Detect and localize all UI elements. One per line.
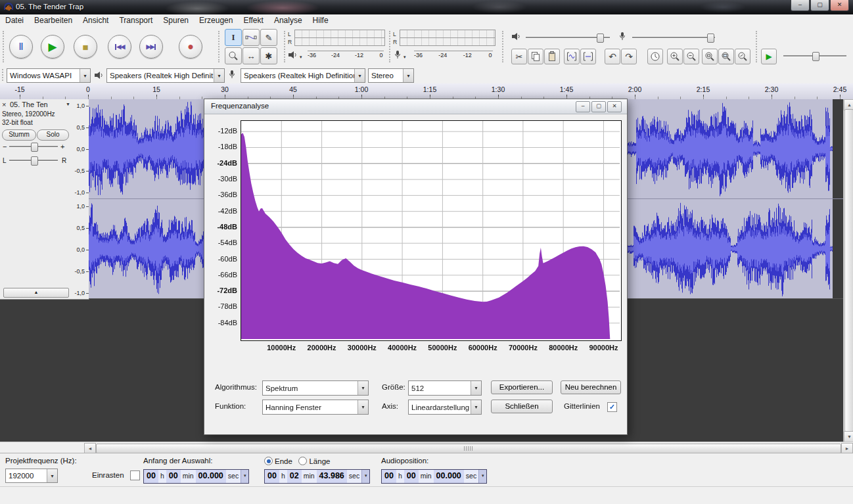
gridlines-checkbox[interactable]: ✓ [607, 402, 617, 412]
length-radio[interactable] [298, 457, 307, 465]
titlebar[interactable]: 05. The Tender Trap – ▢ ✕ [0, 0, 853, 14]
menu-item[interactable]: Erzeugen [194, 14, 238, 27]
multi-tool-button[interactable]: ✱ [260, 47, 277, 64]
selection-start-seconds[interactable]: 00.000 [196, 470, 226, 483]
output-device-select[interactable]: Speakers (Realtek High Definit ▾ [106, 68, 225, 83]
recalculate-button[interactable]: Neu berechnen [561, 380, 621, 394]
selection-start-hours[interactable]: 00 [144, 470, 158, 483]
playback-meter-right-bar[interactable] [294, 37, 385, 46]
selection-end-hours[interactable]: 00 [265, 470, 279, 483]
tools-toolbar-grip[interactable] [218, 31, 221, 62]
paste-button[interactable] [544, 49, 560, 64]
time-format-dropdown-icon[interactable]: ▾ [361, 470, 369, 483]
input-volume-slider-thumb[interactable] [707, 34, 714, 43]
zoom-out-button[interactable] [683, 49, 699, 64]
scroll-down-button[interactable]: ▼ [844, 431, 853, 442]
vertical-scrollbar[interactable]: ▲ ▼ [843, 99, 853, 442]
menu-item[interactable]: Analyse [269, 14, 308, 27]
stop-button[interactable]: ■ [74, 35, 97, 58]
vertical-scrollbar-thumb[interactable] [844, 109, 853, 432]
output-volume-slider-thumb[interactable] [597, 34, 604, 43]
minimize-button[interactable]: – [791, 0, 810, 11]
spectrum-plot[interactable] [241, 120, 622, 341]
sync-lock-button[interactable] [647, 49, 663, 64]
input-device-select[interactable]: Speakers (Realtek High Definition , ▾ [241, 68, 365, 83]
length-radio-label[interactable]: Länge [309, 457, 330, 465]
maximize-button[interactable]: ▢ [810, 0, 829, 11]
function-select[interactable]: Hanning Fenster ▾ [262, 400, 369, 415]
selection-tool-button[interactable]: I [225, 29, 242, 46]
end-radio[interactable] [264, 457, 273, 465]
track-menu-dropdown-icon[interactable]: ▼ [66, 102, 70, 106]
menu-item[interactable]: Ansicht [78, 14, 114, 27]
menu-item[interactable]: Effekt [238, 14, 268, 27]
menu-item[interactable]: Datei [0, 14, 29, 27]
pan-slider-thumb[interactable] [31, 156, 38, 166]
trim-audio-button[interactable] [564, 49, 580, 64]
horizontal-scrollbar[interactable]: ◄ ► [84, 442, 853, 453]
output-volume-slider[interactable] [526, 34, 610, 41]
play-at-speed-grip[interactable] [756, 31, 759, 62]
audio-position-minutes[interactable]: 00 [404, 470, 419, 483]
selection-start-field[interactable]: 00 h 00 min 00.000 sec ▾ [143, 469, 249, 484]
copy-button[interactable] [528, 49, 543, 64]
timeline-ruler[interactable]: -1501530451:001:151:301:452:002:152:302:… [0, 83, 853, 100]
pan-slider[interactable] [9, 156, 58, 164]
track-control-panel[interactable]: × 05. The Ten ▼ Stereo, 192000Hz 32-bit … [0, 99, 73, 300]
menu-item[interactable]: Bearbeiten [29, 14, 78, 27]
audio-position-seconds[interactable]: 00.000 [434, 470, 464, 483]
audio-host-select[interactable]: Windows WASAPI ▾ [7, 68, 91, 83]
horizontal-scrollbar-thumb[interactable] [96, 444, 841, 453]
device-toolbar-grip[interactable] [2, 69, 5, 81]
snap-to-checkbox[interactable] [130, 470, 140, 480]
project-rate-select[interactable]: 192000 ▾ [5, 469, 58, 483]
cut-button[interactable]: ✂ [511, 49, 527, 64]
gain-slider[interactable] [9, 143, 58, 150]
time-format-dropdown-icon[interactable]: ▾ [478, 470, 486, 483]
track-collapse-button[interactable]: ▲ [3, 288, 69, 298]
gain-slider-thumb[interactable] [31, 143, 38, 152]
time-format-dropdown-icon[interactable]: ▾ [241, 470, 248, 483]
close-button[interactable]: ✕ [830, 0, 849, 11]
zoom-tool-button[interactable] [225, 47, 242, 64]
audio-position-field[interactable]: 00 h 00 min 00.000 sec ▾ [381, 469, 487, 484]
selection-end-minutes[interactable]: 02 [287, 470, 302, 483]
audio-position-hours[interactable]: 00 [382, 470, 396, 483]
silence-audio-button[interactable] [580, 49, 596, 64]
size-select[interactable]: 512 ▾ [408, 380, 482, 396]
recording-meter-right-bar[interactable] [400, 37, 496, 46]
transport-toolbar-grip[interactable] [3, 31, 6, 62]
play-speed-slider[interactable] [783, 52, 846, 60]
menu-item[interactable]: Hilfe [308, 14, 334, 27]
undo-button[interactable]: ↶ [605, 49, 620, 64]
end-radio-label[interactable]: Ende [275, 457, 292, 465]
dialog-close-action-button[interactable]: Schließen [491, 400, 553, 413]
envelope-tool-button[interactable] [242, 29, 260, 46]
dialog-maximize-button[interactable]: ▢ [591, 101, 606, 112]
selection-end-seconds[interactable]: 43.986 [317, 470, 347, 483]
selection-end-field[interactable]: 00 h 02 min 43.986 sec ▾ [264, 469, 370, 484]
redo-button[interactable]: ↷ [621, 49, 637, 64]
skip-to-end-button[interactable]: ▶▶ [139, 35, 163, 58]
recording-meter-dropdown-icon[interactable]: ▾ [403, 55, 406, 60]
zoom-toggle-button[interactable] [735, 49, 750, 64]
playback-meter-dropdown-icon[interactable]: ▾ [300, 55, 302, 60]
dialog-minimize-button[interactable]: – [576, 101, 590, 112]
play-speed-slider-thumb[interactable] [812, 52, 819, 61]
playback-meter-grip[interactable] [284, 31, 287, 62]
mixer-toolbar-grip[interactable] [502, 31, 505, 62]
dialog-close-button[interactable]: ✕ [607, 101, 622, 112]
draw-tool-button[interactable]: ✎ [260, 29, 277, 46]
recording-meter-grip[interactable] [389, 31, 392, 62]
pause-button[interactable]: ‖ [9, 35, 33, 58]
menu-item[interactable]: Transport [114, 14, 158, 27]
menu-item[interactable]: Spuren [158, 14, 194, 27]
vertical-ruler[interactable]: 1,00,50,0-0,5-1,01,00,50,0-0,5-1,0 [72, 99, 89, 300]
export-button[interactable]: Exportieren... [491, 380, 553, 394]
play-button[interactable]: ▶ [41, 35, 64, 58]
timeshift-tool-button[interactable]: ↔ [242, 47, 260, 64]
selection-start-minutes[interactable]: 00 [166, 470, 181, 483]
record-button[interactable]: ● [179, 35, 202, 58]
skip-to-start-button[interactable]: ◀◀ [108, 35, 131, 58]
mute-button[interactable]: Stumm [2, 129, 36, 141]
